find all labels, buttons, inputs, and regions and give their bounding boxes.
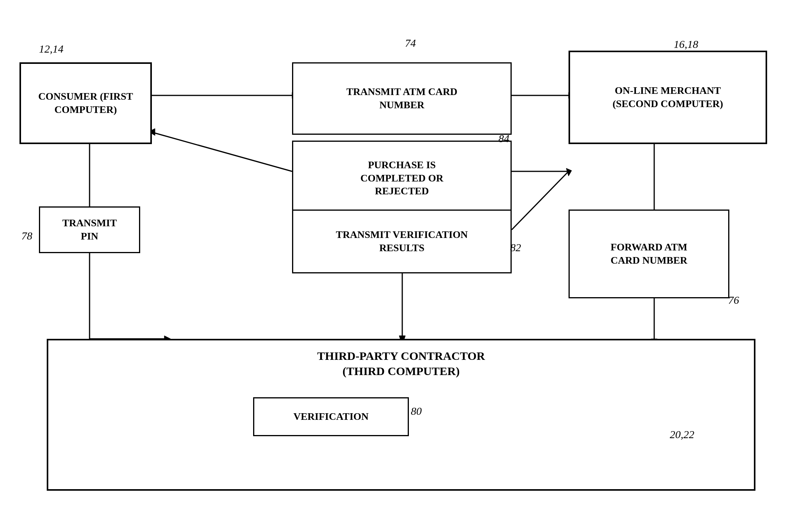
ref-16-18: 16,18 — [674, 38, 698, 51]
third-party-label: THIRD-PARTY CONTRACTOR(THIRD COMPUTER) — [317, 348, 485, 379]
ref-12-14: 12,14 — [39, 43, 63, 55]
diagram: CONSUMER (FIRST COMPUTER) TRANSMIT ATM C… — [0, 0, 794, 532]
transmit-atm-box: TRANSMIT ATM CARDNUMBER — [292, 62, 512, 135]
transmit-pin-label: TRANSMITPIN — [62, 217, 117, 243]
ref-74: 74 — [405, 37, 416, 49]
transmit-verification-label: TRANSMIT VERIFICATIONRESULTS — [336, 228, 468, 255]
svg-line-5 — [153, 132, 292, 171]
svg-line-18 — [512, 171, 569, 230]
consumer-label: CONSUMER (FIRST COMPUTER) — [25, 90, 146, 116]
verification-label: VERIFICATION — [293, 410, 368, 423]
ref-78: 78 — [21, 230, 32, 242]
forward-atm-box: FORWARD ATMCARD NUMBER — [569, 210, 729, 298]
ref-80: 80 — [411, 405, 422, 417]
online-merchant-box: ON-LINE MERCHANT(SECOND COMPUTER) — [569, 51, 767, 144]
online-merchant-label: ON-LINE MERCHANT(SECOND COMPUTER) — [613, 84, 723, 111]
ref-20-22: 20,22 — [670, 428, 694, 441]
purchase-box: PURCHASE ISCOMPLETED ORREJECTED — [292, 141, 512, 216]
transmit-pin-box: TRANSMITPIN — [39, 206, 140, 253]
purchase-label: PURCHASE ISCOMPLETED ORREJECTED — [360, 159, 443, 198]
consumer-box: CONSUMER (FIRST COMPUTER) — [19, 62, 152, 144]
ref-76: 76 — [728, 294, 739, 307]
ref-82: 82 — [510, 241, 521, 254]
transmit-verification-box: TRANSMIT VERIFICATIONRESULTS — [292, 210, 512, 273]
verification-box: VERIFICATION — [253, 397, 409, 436]
forward-atm-label: FORWARD ATMCARD NUMBER — [611, 241, 687, 267]
ref-84: 84 — [498, 132, 509, 145]
transmit-atm-label: TRANSMIT ATM CARDNUMBER — [346, 85, 457, 112]
svg-marker-19 — [566, 168, 572, 176]
